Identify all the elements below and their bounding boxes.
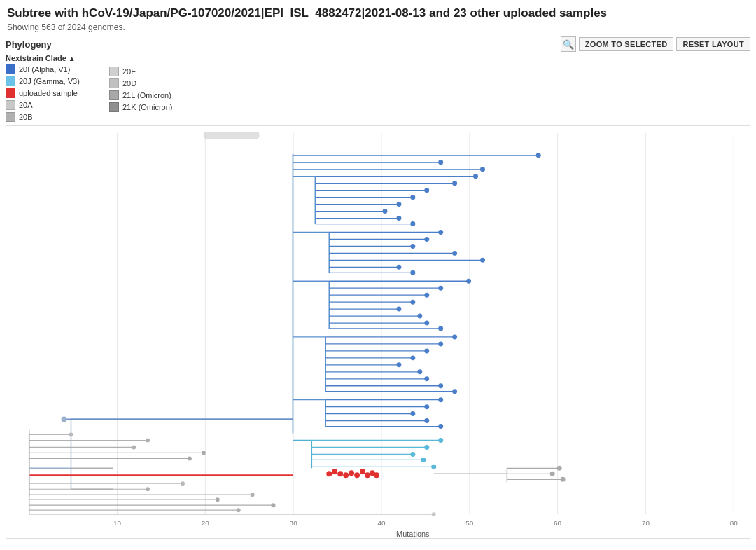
- svg-point-126: [62, 417, 67, 422]
- svg-point-120: [410, 411, 415, 416]
- svg-point-150: [146, 439, 150, 443]
- svg-text:50: 50: [465, 519, 474, 527]
- svg-point-112: [452, 389, 457, 394]
- svg-point-92: [438, 326, 443, 331]
- legend-item-21k: 21K (Omicron): [109, 102, 207, 113]
- legend-item-20f: 20F: [109, 66, 207, 77]
- svg-point-152: [132, 446, 136, 450]
- svg-point-160: [146, 487, 150, 491]
- svg-point-56: [396, 216, 401, 221]
- clade-header[interactable]: Nextstrain Clade ▲: [6, 53, 104, 63]
- phylogeny-controls: Phylogeny 🔍 ZOOM TO SELECTED RESET LAYOU…: [0, 34, 756, 52]
- swatch-20b: [6, 112, 15, 122]
- swatch-21l: [109, 90, 119, 100]
- svg-point-146: [561, 477, 566, 482]
- search-icon[interactable]: 🔍: [561, 36, 576, 52]
- svg-point-100: [424, 349, 429, 354]
- legend-item-uploaded: uploaded sample: [6, 88, 104, 99]
- legend-area: Nextstrain Clade ▲ 20I (Alpha, V1) 20J (…: [0, 52, 756, 123]
- svg-point-28: [354, 472, 360, 478]
- svg-point-148: [69, 433, 74, 437]
- svg-point-74: [410, 270, 415, 275]
- swatch-uploaded: [6, 88, 15, 98]
- svg-point-156: [188, 456, 192, 460]
- legend-item-20d: 20D: [109, 78, 207, 89]
- svg-point-66: [410, 244, 415, 249]
- page-title: Subtree with hCoV-19/Japan/PG-107020/202…: [7, 6, 637, 21]
- zoom-to-selected-button[interactable]: ZOOM TO SELECTED: [579, 37, 674, 51]
- svg-text:70: 70: [642, 519, 650, 527]
- legend-item-20j: 20J (Gamma, V3): [6, 76, 104, 87]
- svg-point-40: [480, 167, 485, 172]
- svg-point-86: [396, 307, 401, 312]
- svg-text:Mutations: Mutations: [396, 530, 430, 538]
- svg-point-23: [326, 471, 332, 476]
- svg-point-124: [438, 424, 443, 429]
- svg-point-46: [452, 181, 457, 186]
- clade-sort-arrow: ▲: [69, 55, 76, 62]
- svg-point-144: [550, 472, 555, 476]
- svg-point-132: [424, 445, 429, 450]
- control-buttons: 🔍 ZOOM TO SELECTED RESET LAYOUT: [561, 36, 750, 52]
- svg-point-82: [424, 293, 429, 298]
- svg-point-88: [417, 314, 422, 319]
- svg-point-134: [410, 452, 415, 457]
- svg-point-122: [424, 418, 429, 423]
- phylogeny-tree: 10 20 30 40 50 60 70 80 Mutations: [6, 126, 750, 538]
- svg-point-29: [360, 469, 365, 474]
- legend-col-2: 20F 20D 21L (Omicron) 21K (Omicron): [109, 53, 207, 123]
- svg-text:60: 60: [554, 519, 562, 527]
- svg-point-108: [424, 376, 429, 381]
- svg-text:40: 40: [377, 519, 386, 527]
- swatch-20a: [6, 100, 15, 110]
- swatch-20d: [109, 78, 119, 88]
- svg-point-142: [557, 466, 562, 471]
- svg-point-44: [473, 174, 478, 179]
- svg-text:80: 80: [730, 519, 738, 527]
- svg-point-25: [337, 471, 343, 476]
- tree-container[interactable]: 10 20 30 40 50 60 70 80 Mutations: [6, 125, 750, 539]
- legend-item-21l: 21L (Omicron): [109, 90, 207, 101]
- svg-text:10: 10: [113, 519, 122, 527]
- svg-point-171: [432, 512, 436, 516]
- svg-point-58: [410, 221, 415, 226]
- svg-point-104: [396, 362, 401, 367]
- svg-point-166: [272, 503, 276, 507]
- svg-point-106: [417, 369, 422, 374]
- legend-item-20b: 20B: [6, 111, 104, 123]
- svg-point-30: [365, 472, 370, 478]
- svg-point-70: [480, 258, 485, 263]
- svg-point-48: [424, 188, 429, 193]
- svg-point-50: [410, 195, 415, 200]
- phylogeny-label: Phylogeny: [6, 39, 52, 50]
- svg-point-26: [343, 472, 349, 478]
- header: Subtree with hCoV-19/Japan/PG-107020/202…: [0, 0, 756, 34]
- svg-point-98: [438, 342, 443, 347]
- svg-point-154: [202, 451, 206, 455]
- svg-point-62: [438, 230, 443, 235]
- swatch-20i: [6, 64, 15, 74]
- reset-layout-button[interactable]: RESET LAYOUT: [676, 37, 750, 51]
- svg-point-164: [216, 497, 220, 502]
- svg-text:20: 20: [202, 519, 210, 527]
- svg-point-27: [349, 470, 354, 476]
- svg-point-102: [410, 355, 415, 360]
- swatch-21k: [109, 102, 119, 112]
- svg-point-110: [438, 383, 443, 388]
- svg-point-116: [438, 397, 443, 402]
- svg-point-78: [466, 279, 471, 284]
- legend-item-20i: 20I (Alpha, V1): [6, 64, 104, 75]
- legend-col-1: Nextstrain Clade ▲ 20I (Alpha, V1) 20J (…: [6, 53, 104, 123]
- svg-point-96: [452, 335, 457, 340]
- swatch-20f: [109, 67, 119, 76]
- svg-point-80: [438, 286, 443, 291]
- svg-point-38: [438, 160, 443, 165]
- svg-point-90: [424, 321, 429, 326]
- genome-count: Showing 563 of 2024 genomes.: [7, 22, 749, 32]
- svg-text:30: 30: [290, 519, 298, 527]
- svg-point-118: [424, 404, 429, 409]
- svg-point-158: [181, 481, 185, 486]
- svg-point-72: [396, 265, 401, 270]
- svg-point-136: [421, 458, 426, 462]
- svg-point-168: [237, 508, 241, 512]
